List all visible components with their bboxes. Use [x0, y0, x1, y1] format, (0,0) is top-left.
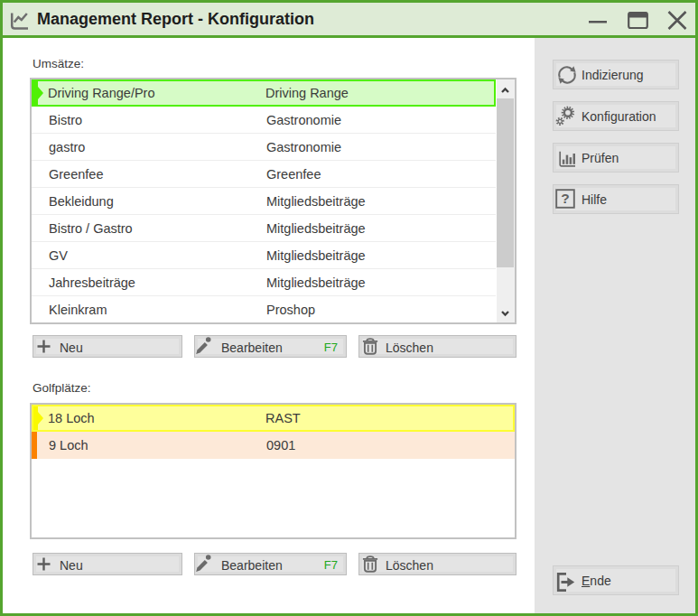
- svg-text:?: ?: [561, 191, 569, 206]
